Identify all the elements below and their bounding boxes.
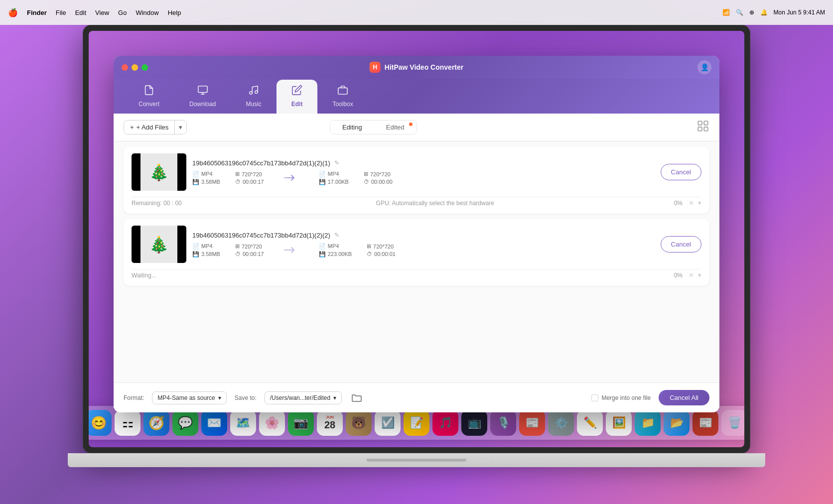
search-icon[interactable]: 🔍 (736, 9, 743, 16)
thumbnail-image: 🎄 (149, 163, 169, 182)
bottom-bar: Format: MP4-Same as source ▾ Save to: /U… (114, 382, 719, 412)
cancel-all-button[interactable]: Cancel All (659, 390, 709, 405)
more-icon[interactable]: ▾ (698, 199, 701, 207)
menubar-right: 📶 🔍 ⊕ 🔔 Mon Jun 5 9:41 AM (722, 9, 825, 16)
input-meta: 📄 MP4 💾 3.58MB (192, 171, 220, 185)
rename-icon[interactable]: ✎ (334, 159, 339, 166)
merge-option[interactable]: Merge into one file (591, 394, 651, 401)
menubar-window[interactable]: Window (136, 9, 158, 16)
dock-folder[interactable]: 📂 (664, 410, 690, 436)
dock-files[interactable]: 📁 (635, 410, 661, 436)
dock-preview[interactable]: 🖼️ (606, 410, 632, 436)
input-duration: 00:00:17 (243, 179, 264, 185)
input-format: MP4 (201, 171, 213, 177)
dock-safari[interactable]: 🧭 (143, 410, 169, 436)
file-item-bottom-2: Waiting... 0% ✕ ▾ (132, 269, 701, 279)
merge-checkbox[interactable] (591, 394, 598, 401)
dock-tv[interactable]: 📺 (461, 410, 487, 436)
menubar-view[interactable]: View (95, 9, 109, 16)
dock-bear[interactable]: 🐻 (346, 410, 372, 436)
duration-icon-b: ⏱ (235, 251, 241, 257)
cancel-button-2[interactable]: Cancel (661, 236, 701, 252)
add-files-dropdown[interactable]: ▾ (174, 121, 186, 134)
tab-edit[interactable]: Edit (277, 80, 318, 114)
input-meta-2: ⊞ 720*720 ⏱ 00:00:17 (235, 171, 264, 185)
format-select[interactable]: MP4-Same as source ▾ (152, 391, 226, 404)
tab-editing[interactable]: Editing (330, 121, 374, 134)
dock-trash[interactable]: 🗑️ (721, 410, 744, 436)
close-button[interactable] (122, 64, 128, 71)
file-name-row: 19b4605063196c0745cc7b173bb4d72d(1)(2)(1… (192, 159, 655, 167)
save-path-select[interactable]: /Users/wan...ter/Edited ▾ (265, 391, 342, 404)
menubar-finder[interactable]: Finder (27, 9, 47, 16)
more-icon-2[interactable]: ▾ (698, 271, 701, 279)
output-meta-2b: ⊞ 720*720 ⏱ 00:00:01 (367, 243, 396, 257)
notification-icon[interactable]: 🔔 (760, 9, 768, 16)
output-size-b: 223.00KB (328, 251, 352, 257)
format-chevron-icon: ▾ (218, 394, 221, 401)
file-thumbnail: 🎄 (132, 153, 186, 191)
tab-download[interactable]: Download (174, 80, 231, 114)
dock-news2[interactable]: 📰 (693, 410, 718, 436)
format-value: MP4-Same as source (157, 394, 215, 401)
dock-facetime[interactable]: 📷 (288, 410, 314, 436)
menubar-help[interactable]: Help (168, 9, 181, 16)
menubar: 🍎 Finder File Edit View Go Window Help 📶… (0, 0, 833, 25)
dock-messages[interactable]: 💬 (172, 410, 198, 436)
save-label: Save to: (235, 394, 257, 401)
svg-rect-9 (704, 127, 708, 131)
tab-edited[interactable]: Edited (374, 121, 416, 134)
dock-sysprefs[interactable]: ⚙️ (548, 410, 574, 436)
rename-icon-2[interactable]: ✎ (334, 232, 339, 239)
input-meta-2b: ⊞ 720*720 ⏱ 00:00:17 (235, 243, 264, 257)
close-item-icon[interactable]: ✕ (689, 199, 694, 207)
dock-launchpad[interactable]: ⚏ (115, 410, 140, 436)
file-item-top: 🎄 19b4605063196c0745cc7b173bb4d72d(1)(2)… (132, 153, 701, 191)
minimize-button[interactable] (132, 64, 138, 71)
dock-music[interactable]: 🎵 (432, 410, 458, 436)
out-resolution-icon: ⊞ (364, 171, 368, 177)
apple-menu[interactable]: 🍎 (8, 8, 18, 17)
file-name-2: 19b4605063196c0745cc7b173bb4d72d(1)(2)(2… (192, 232, 330, 239)
input-format-b: MP4 (201, 243, 213, 249)
cancel-button-1[interactable]: Cancel (661, 164, 701, 180)
dock-notes[interactable]: 📝 (404, 410, 429, 436)
dock-reminders[interactable]: ☑️ (375, 410, 401, 436)
control-center-icon[interactable]: ⊕ (749, 9, 754, 16)
action-icons-1: ✕ ▾ (689, 199, 701, 207)
input-size-b: 3.58MB (201, 251, 220, 257)
user-account-icon[interactable]: 👤 (697, 60, 711, 74)
macbook-screen: 😊 ⚏ 🧭 💬 ✉️ 🗺️ 🌸 (83, 25, 750, 453)
menubar-edit[interactable]: Edit (75, 9, 86, 16)
titlebar: H HitPaw Video Converter 👤 (114, 56, 719, 79)
maximize-button[interactable] (141, 64, 148, 71)
status-text-1: Remaining: 00 : 00 (132, 200, 196, 207)
dock-podcasts[interactable]: 🎙️ (490, 410, 516, 436)
add-files-button[interactable]: + + Add Files ▾ (124, 120, 187, 134)
menubar-file[interactable]: File (56, 9, 66, 16)
dock-photos[interactable]: 🌸 (259, 410, 285, 436)
file-info-2: 19b4605063196c0745cc7b173bb4d72d(1)(2)(2… (192, 232, 655, 257)
convert-icon (143, 85, 154, 99)
add-files-main[interactable]: + + Add Files (124, 121, 174, 134)
out-resolution-icon-b: ⊞ (367, 243, 371, 250)
traffic-lights (122, 64, 148, 71)
dock-finder[interactable]: 😊 (89, 410, 112, 436)
dock-calendar[interactable]: JUN 28 (317, 410, 343, 436)
dock-textedit[interactable]: ✏️ (577, 410, 603, 436)
tab-music[interactable]: Music (231, 80, 276, 114)
macbook-frame: 😊 ⚏ 🧭 💬 ✉️ 🗺️ 🌸 (0, 25, 833, 504)
tab-toolbox[interactable]: Toolbox (317, 80, 368, 114)
dock-maps[interactable]: 🗺️ (230, 410, 256, 436)
batch-settings-icon[interactable] (696, 120, 709, 135)
resolution-icon: ⊞ (235, 171, 240, 177)
dock-news[interactable]: 📰 (519, 410, 545, 436)
file-info: 19b4605063196c0745cc7b173bb4d72d(1)(2)(1… (192, 159, 655, 185)
dock-mail[interactable]: ✉️ (201, 410, 227, 436)
file-item: 🎄 19b4605063196c0745cc7b173bb4d72d(1)(2)… (124, 219, 709, 286)
menubar-go[interactable]: Go (118, 9, 127, 16)
size-icon-b: 💾 (192, 251, 199, 257)
browse-folder-button[interactable] (350, 391, 364, 405)
close-item-icon-2[interactable]: ✕ (689, 271, 694, 279)
tab-convert[interactable]: Convert (124, 80, 174, 114)
